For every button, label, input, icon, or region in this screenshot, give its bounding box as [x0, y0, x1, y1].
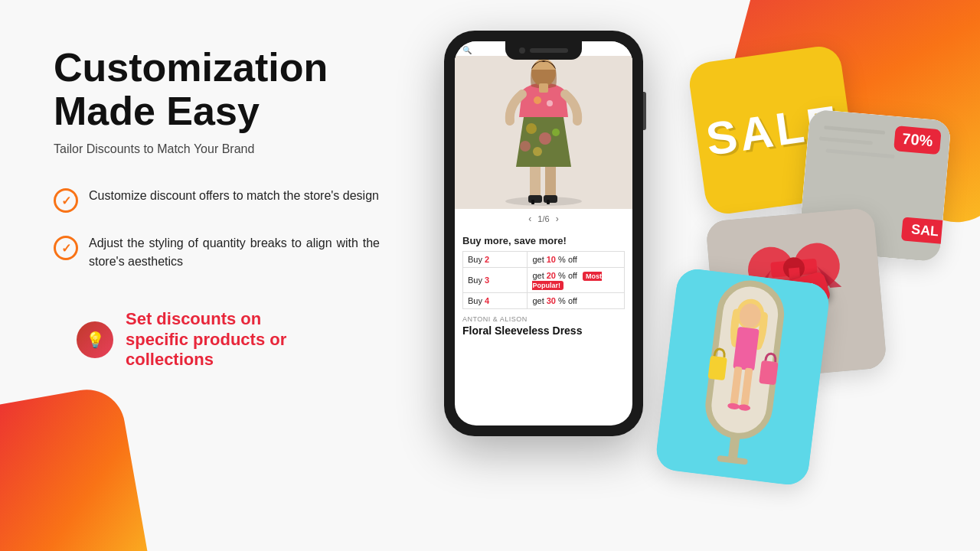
svg-rect-6: [531, 200, 534, 204]
svg-rect-5: [544, 195, 557, 203]
svg-rect-16: [539, 83, 548, 93]
product-image: [455, 56, 632, 209]
off-cell-3: get 30 % off: [528, 293, 625, 309]
svg-rect-36: [707, 356, 727, 380]
image-counter: 1/6: [537, 214, 549, 223]
phone-wrapper: 🔍: [444, 31, 643, 436]
sale-cards-collage: SALE 70% SAL: [674, 38, 934, 497]
buy-cell-2: Buy 3: [463, 268, 528, 293]
zoom-icon[interactable]: 🔍: [462, 46, 472, 54]
phone-mockup-container: 🔍: [429, 31, 658, 436]
badge-70-percent: 70%: [893, 126, 942, 155]
phone-notch: [505, 41, 582, 60]
popular-badge: Most Popular!: [532, 272, 602, 290]
badge-sal: SAL: [901, 217, 949, 244]
buy-more-title: Buy more, save more!: [462, 235, 625, 246]
buy-num-2: 3: [485, 276, 489, 285]
off-cell-1: get 10 % off: [528, 252, 625, 268]
svg-point-9: [539, 132, 551, 145]
shopping-girl-svg: [655, 267, 831, 487]
pct-2: 20: [547, 271, 556, 280]
page-subtitle: Tailor Discounts to Match Your Brand: [54, 142, 429, 156]
left-column: Customization Made Easy Tailor Discounts…: [54, 38, 429, 370]
svg-point-14: [547, 100, 553, 106]
table-row: Buy 2 get 10 % off: [463, 252, 625, 268]
pct-1: 10: [547, 255, 556, 264]
phone-screen: 🔍: [455, 41, 632, 425]
page-title: Customization Made Easy: [54, 46, 429, 133]
buy-cell-3: Buy 4: [463, 293, 528, 309]
speaker-bar: [530, 48, 568, 53]
feature-text-2: Adjust the styling of quantity breaks to…: [89, 234, 380, 271]
svg-rect-7: [547, 200, 550, 204]
svg-point-11: [552, 129, 560, 136]
table-row: Buy 4 get 30 % off: [463, 293, 625, 309]
svg-point-12: [520, 141, 531, 152]
check-icon-2: [54, 236, 78, 260]
image-navigation: ‹ 1/6 ›: [455, 209, 632, 229]
off-cell-2: get 20 % off Most Popular!: [528, 268, 625, 293]
highlight-text: Set discounts on specific products or co…: [126, 309, 325, 370]
table-row: Buy 3 get 20 % off Most Popular!: [463, 268, 625, 293]
svg-point-13: [534, 96, 541, 104]
sale-card-girl: [655, 267, 831, 487]
camera-dot: [519, 47, 525, 54]
svg-point-10: [533, 147, 542, 156]
buy-more-section: Buy more, save more! Buy 2 get 10 % off: [455, 229, 632, 312]
discount-table: Buy 2 get 10 % off Buy 3: [462, 251, 625, 309]
feature-item-2: Adjust the styling of quantity breaks to…: [54, 234, 429, 271]
buy-num-1: 2: [485, 255, 489, 264]
dress-figure: [455, 56, 632, 209]
feature-text-1: Customize discount offers to match the s…: [89, 187, 379, 205]
svg-rect-4: [528, 195, 542, 203]
feature-list: Customize discount offers to match the s…: [54, 187, 429, 271]
buy-cell-1: Buy 2: [463, 252, 528, 268]
feature-item-1: Customize discount offers to match the s…: [54, 187, 429, 213]
pct-3: 30: [547, 296, 556, 305]
check-icon-1: [54, 188, 78, 213]
buy-num-3: 4: [485, 296, 489, 305]
svg-point-8: [526, 123, 537, 134]
svg-rect-37: [759, 360, 778, 385]
product-name: Floral Sleeveless Dress: [455, 324, 632, 341]
highlight-section: Set discounts on specific products or co…: [77, 309, 429, 370]
product-brand: ANTONI & ALISON: [455, 312, 632, 324]
next-arrow[interactable]: ›: [556, 214, 559, 224]
bulb-icon: [77, 321, 113, 358]
phone-frame: 🔍: [444, 31, 643, 436]
prev-arrow[interactable]: ‹: [528, 214, 531, 224]
phone-side-button: [643, 92, 646, 130]
